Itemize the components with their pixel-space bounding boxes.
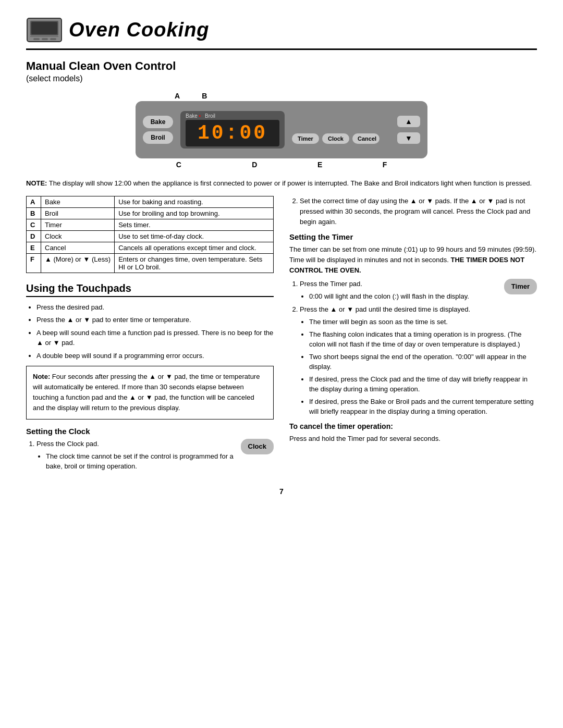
row-key: C (27, 219, 41, 230)
row-key: B (27, 207, 41, 219)
svg-rect-4 (33, 38, 40, 40)
cancel-timer-heading: To cancel the timer operation: (289, 422, 537, 430)
clock-step2-text: Set the correct time of day using the ▲ … (300, 197, 530, 226)
note-label: NOTE: (26, 179, 47, 187)
up-arrow-button[interactable]: ▲ (397, 116, 420, 127)
page-number: 7 (26, 487, 537, 496)
timer-step2-text: Press the ▲ or ▼ pad until the desired t… (300, 305, 470, 313)
timer-heading: Setting the Timer (289, 232, 537, 241)
time-display: 10:00 (186, 120, 279, 146)
note-box-text: Four seconds after pressing the ▲ or ▼ p… (33, 373, 260, 412)
list-item: If desired, press the Clock pad and the … (309, 374, 537, 394)
row-label: Bake (41, 196, 115, 207)
row-desc: Enters or changes time, oven temperature… (115, 253, 274, 273)
label-c: C (176, 161, 181, 169)
reference-table: ABakeUse for baking and roasting.BBroilU… (26, 196, 274, 273)
note-box-label: Note: (33, 373, 50, 380)
svg-rect-6 (50, 38, 56, 40)
timer-button[interactable]: Timer (292, 133, 319, 144)
touchpads-note-box: Note: Four seconds after pressing the ▲ … (26, 366, 274, 419)
table-row: ABakeUse for baking and roasting. (27, 196, 274, 207)
label-d: D (252, 161, 257, 169)
timer-steps: TimerPress the Timer pad.0:00 will light… (289, 279, 537, 416)
label-e: E (317, 161, 322, 169)
touchpads-bullets: Press the desired pad.Press the ▲ or ▼ p… (26, 302, 274, 361)
row-desc: Sets timer. (115, 219, 274, 230)
timer-badge[interactable]: Timer (504, 279, 537, 294)
clock-step2-list: Set the correct time of day using the ▲ … (289, 196, 537, 227)
right-column: Set the correct time of day using the ▲ … (289, 196, 537, 477)
cancel-timer-text: Press and hold the Timer pad for several… (289, 434, 537, 444)
table-row: CTimerSets timer. (27, 219, 274, 230)
list-item: If desired, press the Bake or Broil pads… (309, 397, 537, 417)
cancel-button[interactable]: Cancel (352, 133, 380, 144)
row-label: Broil (41, 207, 115, 219)
list-item: The timer will begin as soon as the time… (309, 317, 537, 327)
row-label: Clock (41, 230, 115, 242)
clock-heading: Setting the Clock (26, 427, 274, 436)
left-column: ABakeUse for baking and roasting.BBroilU… (26, 196, 274, 477)
broil-button-left[interactable]: Broil (143, 131, 173, 144)
list-item: Press the ▲ or ▼ pad to enter time or te… (36, 315, 274, 325)
clock-button[interactable]: Clock (322, 133, 349, 144)
list-item: A beep will sound each time a function p… (36, 328, 274, 348)
svg-rect-2 (31, 22, 57, 34)
display-unit: Bake Broil 10:00 (180, 111, 285, 149)
list-item: TimerPress the Timer pad.0:00 will light… (300, 279, 537, 302)
row-label: Timer (41, 219, 115, 230)
row-key: E (27, 242, 41, 253)
row-key: D (27, 230, 41, 242)
timer-intro: The timer can be set from one minute (:0… (289, 244, 537, 276)
list-item: Two short beeps signal the end of the op… (309, 352, 537, 372)
section-title: Manual Clean Oven Control (26, 59, 537, 73)
list-item: 0:00 will light and the colon (:) will f… (309, 291, 537, 302)
page-title: Oven Cooking (69, 19, 210, 41)
row-label: ▲ (More) or ▼ (Less) (41, 253, 115, 273)
display-broil-label: Broil (205, 113, 215, 119)
clock-step1-text: Press the Clock pad. (36, 440, 99, 448)
note-text: The display will show 12:00 when the app… (49, 179, 532, 187)
row-key: F (27, 253, 41, 273)
table-row: ECancelCancels all operations except tim… (27, 242, 274, 253)
down-arrow-button[interactable]: ▼ (397, 132, 420, 144)
table-row: F▲ (More) or ▼ (Less)Enters or changes t… (27, 253, 274, 273)
label-f: F (383, 161, 387, 169)
list-item: The flashing colon indicates that a timi… (309, 329, 537, 350)
oven-icon (26, 16, 63, 44)
list-item: Press the ▲ or ▼ pad until the desired t… (300, 304, 537, 417)
row-desc: Use for baking and roasting. (115, 196, 274, 207)
row-desc: Use to set time-of-day clock. (115, 230, 274, 242)
row-desc: Cancels all operations except timer and … (115, 242, 274, 253)
oven-diagram: A B Bake Broil Bake Broil 10:00 Timer Cl… (26, 92, 537, 169)
clock-step1-badge[interactable]: Clock (241, 439, 274, 454)
section-subtitle: (select models) (26, 74, 537, 83)
list-item: Press the desired pad. (36, 302, 274, 313)
note-block: NOTE: The display will show 12:00 when t… (26, 178, 537, 189)
oven-control-panel: Bake Broil Bake Broil 10:00 Timer Clock … (136, 101, 427, 158)
label-b: B (202, 92, 207, 100)
table-row: BBroilUse for broiling and top browning. (27, 207, 274, 219)
table-row: DClockUse to set time-of-day clock. (27, 230, 274, 242)
label-a: A (175, 92, 180, 100)
row-desc: Use for broiling and top browning. (115, 207, 274, 219)
bake-button-left[interactable]: Bake (143, 116, 173, 128)
touchpads-heading: Using the Touchpads (26, 282, 274, 297)
row-key: A (27, 196, 41, 207)
svg-rect-5 (42, 38, 48, 40)
row-label: Cancel (41, 242, 115, 253)
page-header: Oven Cooking (26, 16, 537, 50)
list-item: The clock time cannot be set if the cont… (46, 451, 274, 472)
clock-sub-bullets: The clock time cannot be set if the cont… (36, 451, 274, 472)
list-item: A double beep will sound if a programmin… (36, 351, 274, 361)
clock-steps: Clock Press the Clock pad. The clock tim… (26, 439, 274, 472)
timer-step1-text: Press the Timer pad. (300, 280, 362, 288)
display-bake-label: Bake (186, 113, 201, 119)
